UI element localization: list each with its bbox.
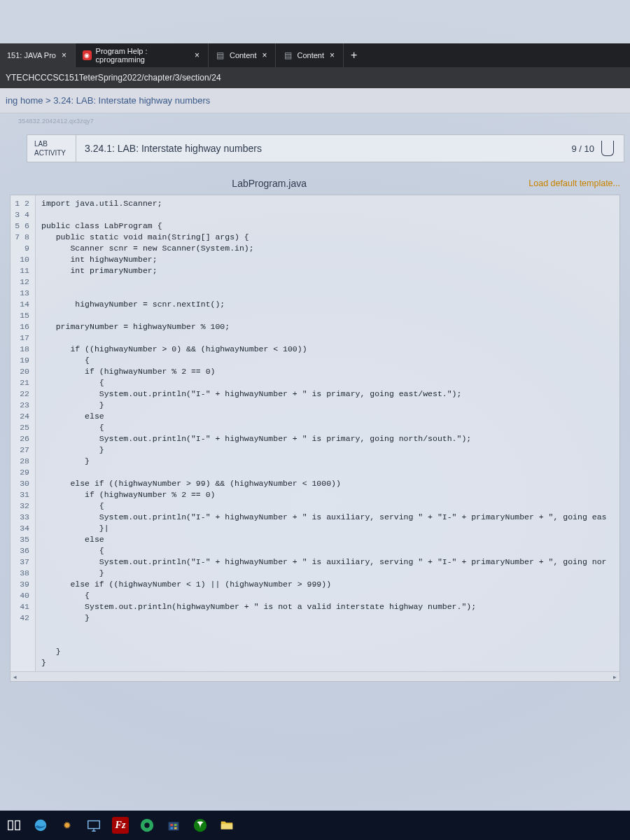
page-icon: ▤ (216, 50, 225, 60)
file-explorer-icon[interactable] (218, 817, 235, 834)
horizontal-scrollbar[interactable]: ◂ ▸ (10, 671, 620, 681)
svg-rect-12 (221, 824, 233, 829)
scroll-left-icon[interactable]: ◂ (13, 673, 17, 680)
svg-rect-1 (15, 821, 20, 830)
svg-rect-3 (88, 821, 100, 829)
tab-label: Content (297, 51, 324, 59)
activity-header: LAB ACTIVITY 3.24.1: LAB: Interstate hig… (27, 134, 624, 162)
svg-rect-0 (8, 821, 13, 830)
tab-content-1[interactable]: ▤ Content × (209, 43, 276, 67)
close-icon[interactable]: × (260, 50, 268, 60)
windows-taskbar: ✹ Fz (0, 811, 630, 840)
camera-icon[interactable] (139, 817, 155, 834)
close-icon[interactable]: × (328, 50, 336, 60)
question-id: 354832.2042412.qx3zqy7 (0, 113, 630, 125)
page-icon: ▤ (283, 50, 293, 60)
tab-label: Content (230, 51, 257, 59)
activity-title: 3.24.1: LAB: Interstate highway numbers (76, 135, 561, 162)
svg-rect-9 (170, 827, 173, 830)
microsoft-store-icon[interactable] (165, 817, 182, 834)
tab-program-help[interactable]: ◉ Program Help : cprogramming × (76, 43, 209, 67)
filezilla-icon[interactable]: Fz (112, 817, 129, 834)
task-view-icon[interactable] (6, 817, 22, 834)
svg-rect-10 (174, 827, 177, 830)
score-shield-icon (601, 141, 614, 156)
svg-rect-7 (170, 824, 173, 826)
line-gutter: 1 2 3 4 5 6 7 8 9 10 11 12 13 14 15 16 1… (10, 195, 36, 671)
svg-point-5 (144, 822, 149, 827)
new-tab-button[interactable]: + (344, 43, 364, 67)
edge-icon[interactable] (32, 817, 49, 834)
activity-tag: LAB ACTIVITY (27, 135, 76, 162)
settings-icon[interactable]: ✹ (59, 817, 76, 834)
activity-score: 9 / 10 (561, 135, 624, 162)
svg-rect-8 (174, 824, 177, 826)
tab-java-pro[interactable]: 151: JAVA Pro × (0, 43, 76, 67)
close-icon[interactable]: × (60, 50, 68, 60)
browser-tab-bar: 151: JAVA Pro × ◉ Program Help : cprogra… (0, 43, 630, 67)
scroll-right-icon[interactable]: ▸ (613, 673, 617, 680)
load-default-template-link[interactable]: Load default template... (528, 178, 620, 188)
xbox-icon[interactable] (192, 817, 209, 834)
url-bar[interactable]: YTECHCCCSC151TeterSpring2022/chapter/3/s… (0, 67, 630, 88)
monitor-icon[interactable] (85, 817, 102, 834)
tab-label: Program Help : cprogramming (96, 47, 189, 64)
close-icon[interactable]: × (193, 50, 201, 60)
reddit-icon: ◉ (83, 50, 92, 60)
svg-rect-6 (169, 822, 179, 830)
breadcrumb: ing home > 3.24: LAB: Interstate highway… (0, 88, 630, 113)
tab-label: 151: JAVA Pro (7, 51, 56, 59)
svg-point-2 (35, 820, 47, 832)
code-area[interactable]: import java.util.Scanner; public class L… (36, 195, 620, 671)
file-tab[interactable]: LabProgram.java (10, 178, 528, 189)
code-editor[interactable]: 1 2 3 4 5 6 7 8 9 10 11 12 13 14 15 16 1… (10, 195, 620, 682)
tab-content-2[interactable]: ▤ Content × (276, 43, 344, 67)
url-text: YTECHCCCSC151TeterSpring2022/chapter/3/s… (6, 73, 221, 83)
